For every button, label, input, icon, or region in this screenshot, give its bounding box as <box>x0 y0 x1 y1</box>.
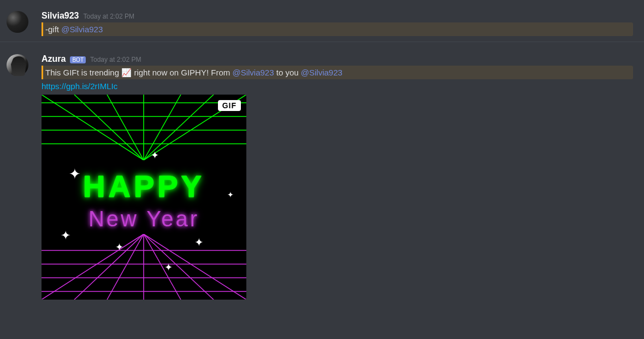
message-group: Silvia923 Today at 2:02 PM -gift @Silvia… <box>0 0 644 36</box>
avatar[interactable] <box>7 11 28 33</box>
user-mention[interactable]: @Silvia923 <box>301 68 342 77</box>
user-mention[interactable]: @Silvia923 <box>232 68 274 77</box>
username[interactable]: Silvia923 <box>42 11 79 21</box>
chart-emoji-icon: 📈 <box>121 68 132 77</box>
gif-text-happy: HAPPY <box>42 168 246 204</box>
gif-text-newyear: New Year <box>42 207 246 231</box>
message-text: to you <box>274 68 301 77</box>
message-content: Silvia923 Today at 2:02 PM -gift @Silvia… <box>42 11 644 36</box>
bot-tag: BOT <box>70 56 86 63</box>
message-group: Azura BOT Today at 2:02 PM This GIFt is … <box>0 42 644 300</box>
message-text: This GIFt is trending <box>45 68 121 77</box>
message-body-highlighted: This GIFt is trending 📈 right now on GIP… <box>42 66 633 79</box>
message-body-highlighted: -gift @Silvia923 <box>42 22 633 36</box>
user-mention[interactable]: @Silvia923 <box>61 25 103 34</box>
message-text: right now on GIPHY! From <box>132 68 232 77</box>
link-row: https://gph.is/2rIMLIc <box>42 81 633 91</box>
avatar[interactable] <box>7 54 28 76</box>
command-text: -gift <box>45 25 61 34</box>
gif-badge: GIF <box>218 100 241 111</box>
message-header: Azura BOT Today at 2:02 PM <box>42 54 633 64</box>
message-content: Azura BOT Today at 2:02 PM This GIFt is … <box>42 54 644 300</box>
timestamp: Today at 2:02 PM <box>90 56 141 63</box>
username[interactable]: Azura <box>42 54 66 64</box>
message-header: Silvia923 Today at 2:02 PM <box>42 11 633 21</box>
gif-embed[interactable]: GIF <box>42 95 246 300</box>
timestamp: Today at 2:02 PM <box>84 13 134 20</box>
embed-link[interactable]: https://gph.is/2rIMLIc <box>42 81 117 91</box>
